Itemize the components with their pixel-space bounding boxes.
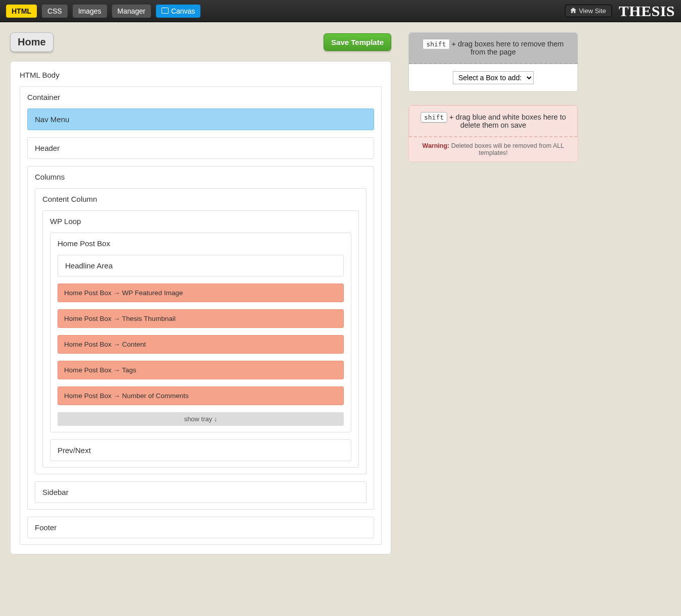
brand-logo: THESIS: [619, 3, 675, 20]
box-headline-area[interactable]: Headline Area: [58, 255, 344, 276]
tab-canvas-label: Canvas: [171, 7, 195, 15]
tab-images[interactable]: Images: [73, 5, 107, 18]
box-label: Columns: [35, 173, 366, 181]
box-sidebar[interactable]: Sidebar: [35, 481, 366, 503]
box-wp-loop[interactable]: WP Loop Home Post Box Headline Area Home…: [42, 210, 359, 468]
delete-drop-zone[interactable]: shift + drag blue and white boxes here t…: [409, 105, 578, 137]
box-prev-next[interactable]: Prev/Next: [50, 439, 351, 461]
tab-html[interactable]: HTML: [6, 5, 37, 18]
show-tray-toggle[interactable]: show tray ↓: [58, 412, 344, 426]
box-label: HTML Body: [20, 71, 382, 79]
box-columns[interactable]: Columns Content Column WP Loop Home Post…: [27, 166, 374, 510]
remove-drop-panel: shift + drag boxes here to remove them f…: [408, 32, 578, 92]
box-label: Header: [35, 144, 366, 152]
box-thesis-thumbnail[interactable]: Home Post Box → Thesis Thumbnail: [58, 309, 344, 328]
box-nav-menu[interactable]: Nav Menu: [27, 108, 374, 130]
box-label: Headline Area: [65, 261, 336, 270]
tab-canvas[interactable]: Canvas: [156, 5, 200, 18]
warning-text: Deleted boxes will be removed from ALL t…: [449, 142, 564, 156]
remove-drop-zone[interactable]: shift + drag boxes here to remove them f…: [409, 33, 578, 64]
tab-css[interactable]: CSS: [42, 5, 68, 18]
delete-warning: Warning: Deleted boxes will be removed f…: [409, 137, 578, 161]
warning-label: Warning:: [423, 142, 450, 149]
box-footer[interactable]: Footer: [27, 517, 374, 538]
add-box-zone: Select a Box to add:: [409, 64, 578, 91]
box-label: Home Post Box: [58, 239, 344, 248]
box-label: Nav Menu: [35, 115, 366, 124]
page-title[interactable]: Home: [10, 32, 54, 52]
box-label: Home Post Box → Number of Comments: [64, 392, 337, 400]
box-num-comments[interactable]: Home Post Box → Number of Comments: [58, 386, 344, 405]
canvas-panel: HTML Body Container Nav Menu Header Colu…: [10, 61, 391, 554]
box-content[interactable]: Home Post Box → Content: [58, 335, 344, 354]
box-label: Home Post Box → Content: [64, 341, 337, 348]
box-wp-featured-image[interactable]: Home Post Box → WP Featured Image: [58, 284, 344, 302]
box-label: Container: [27, 93, 374, 101]
box-label: Footer: [35, 523, 366, 532]
box-label: Home Post Box → Thesis Thumbnail: [64, 315, 337, 322]
view-site-label: View Site: [579, 7, 606, 15]
box-label: Home Post Box → WP Featured Image: [64, 289, 337, 297]
view-site-button[interactable]: View Site: [565, 5, 612, 17]
box-content-column[interactable]: Content Column WP Loop Home Post Box Hea…: [35, 188, 366, 474]
box-html-body[interactable]: HTML Body Container Nav Menu Header Colu…: [20, 71, 382, 545]
home-icon: [570, 7, 577, 15]
canvas-icon: [162, 7, 169, 15]
box-label: WP Loop: [50, 217, 351, 226]
tab-buttons: HTML CSS Images Manager Canvas: [6, 5, 200, 18]
box-header[interactable]: Header: [27, 137, 374, 159]
box-tags[interactable]: Home Post Box → Tags: [58, 361, 344, 379]
delete-drop-panel: shift + drag blue and white boxes here t…: [408, 105, 578, 162]
box-label: Home Post Box → Tags: [64, 366, 337, 374]
box-container[interactable]: Container Nav Menu Header Columns Conten…: [20, 86, 382, 545]
delete-text: + drag blue and white boxes here to dele…: [447, 113, 566, 129]
box-label: Prev/Next: [58, 446, 344, 455]
box-home-post-box[interactable]: Home Post Box Headline Area Home Post Bo…: [50, 233, 351, 432]
remove-text: + drag boxes here to remove them from th…: [450, 40, 564, 56]
tab-manager[interactable]: Manager: [112, 5, 151, 18]
shift-key: shift: [423, 39, 449, 49]
shift-key: shift: [421, 112, 447, 123]
add-box-select[interactable]: Select a Box to add:: [453, 71, 534, 84]
box-label: Content Column: [42, 195, 359, 203]
box-label: Sidebar: [42, 488, 359, 496]
save-template-button[interactable]: Save Template: [324, 33, 391, 51]
top-toolbar: HTML CSS Images Manager Canvas View Site…: [0, 0, 681, 22]
